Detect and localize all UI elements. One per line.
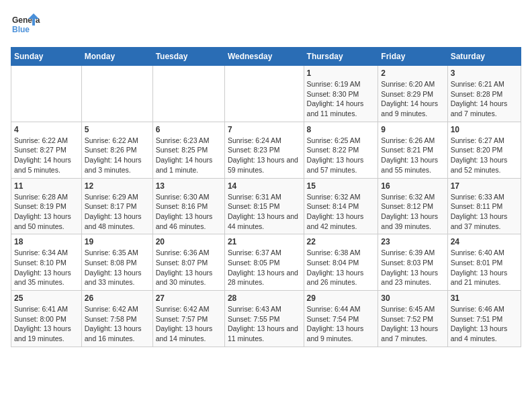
calendar-cell: 13Sunrise: 6:30 AM Sunset: 8:16 PM Dayli… <box>152 178 224 234</box>
calendar-cell: 14Sunrise: 6:31 AM Sunset: 8:15 PM Dayli… <box>224 178 304 234</box>
week-row-3: 11Sunrise: 6:28 AM Sunset: 8:19 PM Dayli… <box>11 178 521 234</box>
calendar-cell: 10Sunrise: 6:27 AM Sunset: 8:20 PM Dayli… <box>447 122 521 178</box>
day-number: 15 <box>307 181 375 191</box>
day-info: Sunrise: 6:40 AM Sunset: 8:01 PM Dayligh… <box>451 248 518 287</box>
calendar-cell: 30Sunrise: 6:45 AM Sunset: 7:52 PM Dayli… <box>378 291 447 347</box>
day-info: Sunrise: 6:20 AM Sunset: 8:29 PM Dayligh… <box>381 79 444 119</box>
day-number: 4 <box>14 125 79 134</box>
day-info: Sunrise: 6:34 AM Sunset: 8:10 PM Dayligh… <box>14 248 79 287</box>
calendar-table: SundayMondayTuesdayWednesdayThursdayFrid… <box>11 47 521 347</box>
day-number: 12 <box>85 181 150 191</box>
calendar-cell <box>11 66 82 122</box>
header: General Blue <box>11 11 521 40</box>
day-info: Sunrise: 6:27 AM Sunset: 8:20 PM Dayligh… <box>451 136 518 175</box>
day-number: 16 <box>381 181 444 191</box>
day-info: Sunrise: 6:32 AM Sunset: 8:14 PM Dayligh… <box>307 192 375 232</box>
calendar-cell: 26Sunrise: 6:42 AM Sunset: 7:58 PM Dayli… <box>81 291 152 347</box>
day-info: Sunrise: 6:44 AM Sunset: 7:54 PM Dayligh… <box>307 304 375 344</box>
day-info: Sunrise: 6:35 AM Sunset: 8:08 PM Dayligh… <box>85 248 150 287</box>
week-row-4: 18Sunrise: 6:34 AM Sunset: 8:10 PM Dayli… <box>11 234 521 291</box>
calendar-cell <box>152 66 224 122</box>
day-info: Sunrise: 6:19 AM Sunset: 8:30 PM Dayligh… <box>307 79 375 119</box>
day-info: Sunrise: 6:22 AM Sunset: 8:26 PM Dayligh… <box>85 136 150 175</box>
day-number: 31 <box>451 293 518 303</box>
day-number: 7 <box>228 125 301 134</box>
day-number: 10 <box>451 125 518 134</box>
calendar-cell <box>224 66 304 122</box>
calendar-cell: 8Sunrise: 6:25 AM Sunset: 8:22 PM Daylig… <box>304 122 378 178</box>
day-info: Sunrise: 6:42 AM Sunset: 7:57 PM Dayligh… <box>156 304 222 344</box>
day-number: 1 <box>307 68 375 78</box>
calendar-cell: 3Sunrise: 6:21 AM Sunset: 8:28 PM Daylig… <box>447 66 521 122</box>
calendar-cell: 9Sunrise: 6:26 AM Sunset: 8:21 PM Daylig… <box>378 122 447 178</box>
calendar-cell: 27Sunrise: 6:42 AM Sunset: 7:57 PM Dayli… <box>152 291 224 347</box>
day-info: Sunrise: 6:42 AM Sunset: 7:58 PM Dayligh… <box>85 304 150 344</box>
calendar-cell: 18Sunrise: 6:34 AM Sunset: 8:10 PM Dayli… <box>11 234 82 291</box>
calendar-cell: 1Sunrise: 6:19 AM Sunset: 8:30 PM Daylig… <box>304 66 378 122</box>
calendar-body: 1Sunrise: 6:19 AM Sunset: 8:30 PM Daylig… <box>11 66 521 347</box>
calendar-cell: 17Sunrise: 6:33 AM Sunset: 8:11 PM Dayli… <box>447 178 521 234</box>
day-info: Sunrise: 6:32 AM Sunset: 8:12 PM Dayligh… <box>381 192 444 232</box>
week-row-2: 4Sunrise: 6:22 AM Sunset: 8:27 PM Daylig… <box>11 122 521 178</box>
calendar-cell: 21Sunrise: 6:37 AM Sunset: 8:05 PM Dayli… <box>224 234 304 291</box>
day-info: Sunrise: 6:33 AM Sunset: 8:11 PM Dayligh… <box>451 192 518 232</box>
day-number: 17 <box>451 181 518 191</box>
calendar-cell: 4Sunrise: 6:22 AM Sunset: 8:27 PM Daylig… <box>11 122 82 178</box>
calendar-cell: 22Sunrise: 6:38 AM Sunset: 8:04 PM Dayli… <box>304 234 378 291</box>
day-number: 9 <box>381 125 444 134</box>
day-info: Sunrise: 6:28 AM Sunset: 8:19 PM Dayligh… <box>14 192 79 232</box>
calendar-cell: 20Sunrise: 6:36 AM Sunset: 8:07 PM Dayli… <box>152 234 224 291</box>
day-number: 21 <box>228 237 301 246</box>
day-number: 3 <box>451 68 518 78</box>
calendar-header: SundayMondayTuesdayWednesdayThursdayFrid… <box>11 48 521 66</box>
week-row-1: 1Sunrise: 6:19 AM Sunset: 8:30 PM Daylig… <box>11 66 521 122</box>
day-info: Sunrise: 6:24 AM Sunset: 8:23 PM Dayligh… <box>228 136 301 175</box>
day-info: Sunrise: 6:21 AM Sunset: 8:28 PM Dayligh… <box>451 79 518 119</box>
col-header-sunday: Sunday <box>11 48 82 66</box>
calendar-cell: 31Sunrise: 6:46 AM Sunset: 7:51 PM Dayli… <box>447 291 521 347</box>
calendar-cell: 23Sunrise: 6:39 AM Sunset: 8:03 PM Dayli… <box>378 234 447 291</box>
col-header-wednesday: Wednesday <box>224 48 304 66</box>
day-number: 11 <box>14 181 79 191</box>
day-number: 6 <box>156 125 222 134</box>
calendar-cell <box>81 66 152 122</box>
day-number: 14 <box>228 181 301 191</box>
day-info: Sunrise: 6:43 AM Sunset: 7:55 PM Dayligh… <box>228 304 301 344</box>
calendar-cell: 28Sunrise: 6:43 AM Sunset: 7:55 PM Dayli… <box>224 291 304 347</box>
calendar-cell: 6Sunrise: 6:23 AM Sunset: 8:25 PM Daylig… <box>152 122 224 178</box>
day-info: Sunrise: 6:46 AM Sunset: 7:51 PM Dayligh… <box>451 304 518 344</box>
calendar-cell: 24Sunrise: 6:40 AM Sunset: 8:01 PM Dayli… <box>447 234 521 291</box>
calendar-cell: 7Sunrise: 6:24 AM Sunset: 8:23 PM Daylig… <box>224 122 304 178</box>
calendar-cell: 19Sunrise: 6:35 AM Sunset: 8:08 PM Dayli… <box>81 234 152 291</box>
day-number: 20 <box>156 237 222 246</box>
day-number: 25 <box>14 293 79 303</box>
col-header-friday: Friday <box>378 48 447 66</box>
col-header-thursday: Thursday <box>304 48 378 66</box>
logo-svg: General Blue <box>11 11 40 40</box>
day-info: Sunrise: 6:22 AM Sunset: 8:27 PM Dayligh… <box>14 136 79 175</box>
col-header-saturday: Saturday <box>447 48 521 66</box>
day-info: Sunrise: 6:45 AM Sunset: 7:52 PM Dayligh… <box>381 304 444 344</box>
day-number: 8 <box>307 125 375 134</box>
logo: General Blue <box>11 11 40 40</box>
day-info: Sunrise: 6:25 AM Sunset: 8:22 PM Dayligh… <box>307 136 375 175</box>
day-number: 27 <box>156 293 222 303</box>
day-info: Sunrise: 6:31 AM Sunset: 8:15 PM Dayligh… <box>228 192 301 232</box>
day-number: 18 <box>14 237 79 246</box>
day-info: Sunrise: 6:39 AM Sunset: 8:03 PM Dayligh… <box>381 248 444 287</box>
week-row-5: 25Sunrise: 6:41 AM Sunset: 8:00 PM Dayli… <box>11 291 521 347</box>
day-number: 2 <box>381 68 444 78</box>
col-header-monday: Monday <box>81 48 152 66</box>
day-number: 23 <box>381 237 444 246</box>
calendar-cell: 15Sunrise: 6:32 AM Sunset: 8:14 PM Dayli… <box>304 178 378 234</box>
calendar-cell: 16Sunrise: 6:32 AM Sunset: 8:12 PM Dayli… <box>378 178 447 234</box>
svg-text:Blue: Blue <box>12 25 30 34</box>
calendar-cell: 25Sunrise: 6:41 AM Sunset: 8:00 PM Dayli… <box>11 291 82 347</box>
calendar-cell: 12Sunrise: 6:29 AM Sunset: 8:17 PM Dayli… <box>81 178 152 234</box>
day-number: 24 <box>451 237 518 246</box>
day-number: 5 <box>85 125 150 134</box>
day-number: 26 <box>85 293 150 303</box>
day-info: Sunrise: 6:37 AM Sunset: 8:05 PM Dayligh… <box>228 248 301 287</box>
day-number: 28 <box>228 293 301 303</box>
day-number: 22 <box>307 237 375 246</box>
